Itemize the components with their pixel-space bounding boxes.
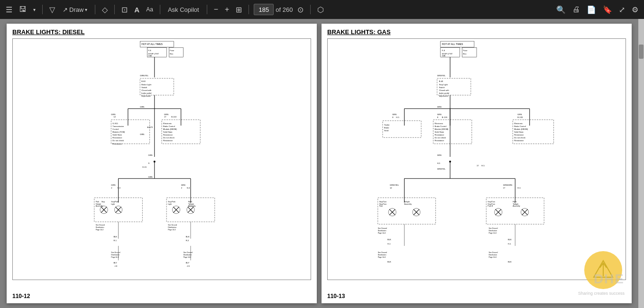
- document-icon[interactable]: 📄: [585, 4, 598, 15]
- svg-text:Resistance: Resistance: [112, 143, 122, 145]
- scrollbar-thumb[interactable]: [639, 45, 644, 59]
- svg-text:Brake Control: Brake Control: [435, 125, 447, 127]
- svg-text:Switch: Switch: [439, 86, 445, 89]
- svg-text:Electronic: Electronic: [435, 122, 443, 125]
- svg-text:See Ground: See Ground: [378, 227, 387, 229]
- diagram-left: › › HOT AT ALL TIMES F-8 STOP LI*HT 15A …: [12, 38, 311, 280]
- svg-text:HOT AT ALL TIMES: HOT AT ALL TIMES: [442, 43, 463, 45]
- svg-text:Do not check: Do not check: [435, 136, 447, 139]
- svg-text:GRN: GRN: [437, 154, 442, 156]
- svg-text:Resistance: Resistance: [435, 139, 445, 142]
- svg-text:Solid State: Solid State: [112, 134, 122, 136]
- svg-text:Electronic: Electronic: [163, 122, 172, 125]
- search-icon[interactable]: 🔍: [554, 4, 568, 15]
- svg-text:GRN/GRN: GRN/GRN: [503, 184, 512, 186]
- draw-button[interactable]: ↗ Draw ▾: [60, 5, 90, 14]
- svg-text:Light: Light: [168, 203, 172, 205]
- svg-text:2: 2: [111, 187, 112, 189]
- svg-text:Stop: Stop: [101, 201, 105, 203]
- svg-text:2: 2: [181, 187, 183, 189]
- page-number-left: 110-12: [12, 293, 30, 299]
- svg-text:Park B: Park B: [488, 205, 493, 207]
- svg-text:Distribution: Distribution: [488, 230, 497, 232]
- svg-text:H-5: H-5: [437, 162, 441, 164]
- svg-text:B-133: B-133: [517, 116, 523, 118]
- watermark-text: DHE: [594, 272, 625, 287]
- svg-text:8: 8: [392, 116, 394, 118]
- diagram-svg-right: HOT AT ALL TIMES F-8 STOP LI*HT 15A Fuse…: [328, 39, 626, 280]
- svg-text:A-N70: A-N70: [147, 126, 153, 128]
- aa-icon[interactable]: Aa: [144, 5, 155, 14]
- settings-icon[interactable]: ⚙: [630, 4, 640, 15]
- draw-icon: ↗: [63, 6, 68, 13]
- svg-text:B-11S: B-11S: [442, 116, 448, 118]
- svg-text:R-2: R-2: [186, 239, 189, 242]
- svg-text:HOT AT ALL TIMES: HOT AT ALL TIMES: [141, 43, 163, 45]
- svg-text:Assembly: Assembly: [188, 205, 196, 207]
- text-format-icon[interactable]: A: [132, 5, 141, 15]
- find-icon[interactable]: ⊙: [295, 4, 305, 15]
- svg-text:J-9: J-9: [114, 265, 117, 267]
- svg-text:BLK: BLK: [387, 238, 391, 241]
- separator-2: [95, 5, 95, 14]
- svg-text:Solid State: Solid State: [435, 131, 444, 133]
- svg-text:Electronic: Electronic: [514, 122, 523, 125]
- svg-text:Transmission: Transmission: [112, 125, 124, 127]
- textbox-icon[interactable]: ⊡: [120, 4, 129, 15]
- svg-text:15A: 15A: [148, 54, 152, 57]
- svg-text:depressed.: depressed.: [141, 95, 151, 97]
- toolbar: ☰ 🖫 ▾ ▽ ↗ Draw ▾ ◇ ⊡ A Aa Ask Copilot − …: [0, 0, 644, 19]
- svg-text:17: 17: [477, 164, 479, 167]
- draw-label: Draw: [69, 6, 83, 13]
- right-scrollbar[interactable]: [638, 19, 644, 308]
- svg-text:Do not check: Do not check: [514, 136, 526, 139]
- svg-text:Distribution: Distribution: [168, 226, 176, 228]
- svg-text:Solid State: Solid State: [514, 131, 524, 133]
- svg-text:Page 14-4: Page 14-4: [488, 232, 496, 234]
- svg-text:GRN: GRN: [140, 133, 144, 136]
- filter-icon[interactable]: ▽: [47, 4, 57, 15]
- svg-text:Page 14-4: Page 14-4: [488, 256, 496, 258]
- menu-icon[interactable]: ☰: [4, 4, 14, 15]
- svg-text:GRN: GRN: [148, 176, 153, 178]
- svg-text:Page 14-4: Page 14-4: [378, 256, 386, 258]
- svg-text:BLK: BLK: [113, 236, 117, 238]
- svg-text:Brake Light: Brake Light: [141, 83, 151, 86]
- svg-text:B-110: B-110: [171, 116, 177, 118]
- svg-text:GRN: GRN: [111, 184, 115, 186]
- svg-text:Solid State: Solid State: [163, 131, 173, 133]
- svg-text:Fuse: Fuse: [463, 49, 468, 52]
- svg-text:Distribution: Distribution: [111, 254, 120, 256]
- svg-text:brake pedal: brake pedal: [141, 92, 151, 94]
- bookmark-icon[interactable]: 🔖: [601, 4, 614, 15]
- eraser-icon[interactable]: ◇: [100, 4, 110, 15]
- svg-text:Page 14-2: Page 14-2: [184, 256, 191, 258]
- svg-text:Switch: Switch: [141, 86, 147, 89]
- expand-icon[interactable]: ⤢: [617, 4, 627, 15]
- svg-text:Send: Send: [384, 129, 388, 132]
- svg-text:GRN/YEL: GRN/YEL: [437, 168, 446, 170]
- svg-text:BLY: BLY: [113, 262, 117, 264]
- svg-text:GRN: GRN: [140, 106, 144, 108]
- svg-text:GRN: GRN: [437, 113, 442, 116]
- svg-text:15A: 15A: [442, 54, 446, 57]
- fit-page-icon[interactable]: ⊞: [234, 4, 244, 15]
- zoom-in-icon[interactable]: +: [223, 4, 231, 15]
- svg-text:Stop Light: Stop Light: [439, 83, 448, 86]
- share-icon[interactable]: ⬡: [315, 4, 326, 15]
- page-input-group: of 260: [254, 4, 293, 15]
- chevron-down-icon[interactable]: ▾: [31, 6, 37, 13]
- svg-text:Box: Box: [170, 53, 173, 55]
- watermark: DHE Sharing creates success: [584, 251, 622, 289]
- svg-text:H-5: H-5: [517, 187, 521, 189]
- svg-text:Page 14-2: Page 14-2: [168, 229, 175, 231]
- zoom-out-icon[interactable]: −: [212, 4, 220, 15]
- ask-copilot-button[interactable]: Ask Copilot: [165, 5, 202, 14]
- svg-text:Assembly: Assembly: [513, 205, 520, 207]
- print-icon[interactable]: 🖨: [570, 4, 582, 15]
- svg-text:Assembly: Assembly: [405, 203, 412, 205]
- page-left: BRAKE LIGHTS: DIESEL › › HOT AT ALL TIME…: [7, 24, 317, 303]
- page-number-input[interactable]: [254, 4, 274, 15]
- svg-text:12: 12: [113, 116, 116, 118]
- save-icon[interactable]: 🖫: [17, 4, 28, 15]
